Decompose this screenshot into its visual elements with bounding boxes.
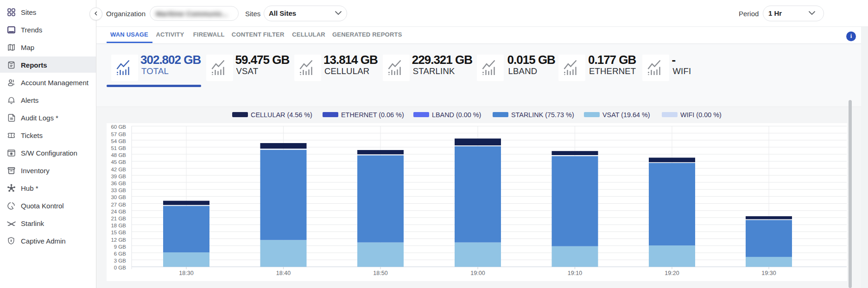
- svg-text:19:10: 19:10: [568, 270, 582, 276]
- svg-text:19:20: 19:20: [665, 270, 679, 276]
- svg-text:12 GB: 12 GB: [111, 237, 126, 243]
- svg-text:18:30: 18:30: [179, 270, 193, 276]
- svg-text:45 GB: 45 GB: [111, 159, 126, 165]
- svg-text:0 GB: 0 GB: [114, 265, 127, 270]
- svg-text:60 GB: 60 GB: [111, 124, 126, 130]
- svg-text:18:40: 18:40: [276, 270, 291, 276]
- svg-text:57 GB: 57 GB: [111, 131, 126, 137]
- svg-text:18:50: 18:50: [373, 270, 387, 276]
- svg-text:48 GB: 48 GB: [111, 152, 126, 158]
- svg-text:54 GB: 54 GB: [111, 138, 126, 144]
- svg-text:6 GB: 6 GB: [114, 251, 127, 257]
- svg-text:21 GB: 21 GB: [111, 216, 126, 221]
- svg-text:15 GB: 15 GB: [111, 230, 126, 235]
- svg-text:18 GB: 18 GB: [111, 223, 126, 228]
- svg-text:33 GB: 33 GB: [111, 188, 126, 193]
- svg-text:51 GB: 51 GB: [111, 145, 126, 151]
- svg-text:24 GB: 24 GB: [111, 209, 126, 214]
- svg-text:9 GB: 9 GB: [114, 244, 127, 250]
- svg-text:36 GB: 36 GB: [111, 181, 126, 186]
- svg-text:3 GB: 3 GB: [114, 258, 127, 263]
- svg-text:42 GB: 42 GB: [111, 167, 126, 172]
- svg-text:39 GB: 39 GB: [111, 174, 126, 179]
- svg-text:19:00: 19:00: [470, 270, 485, 276]
- svg-text:30 GB: 30 GB: [111, 194, 126, 200]
- svg-text:27 GB: 27 GB: [111, 202, 126, 207]
- svg-text:19:30: 19:30: [761, 270, 776, 276]
